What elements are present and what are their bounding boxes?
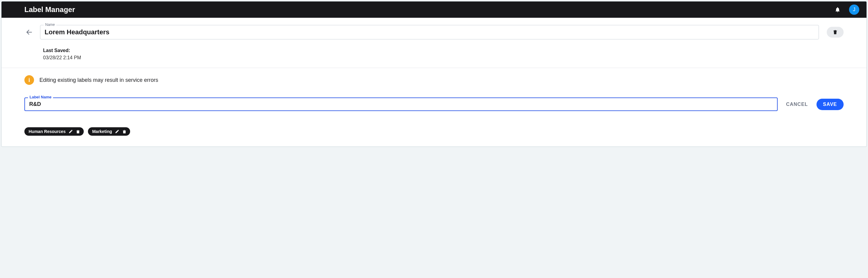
label-name-input[interactable] — [24, 98, 778, 111]
topbar: Label Manager J — [1, 1, 867, 18]
notifications-icon[interactable] — [835, 6, 841, 13]
delete-button[interactable] — [827, 27, 844, 38]
cancel-button[interactable]: CANCEL — [786, 102, 808, 107]
topbar-actions: J — [835, 4, 859, 15]
labels-chip-row: Human Resources Marketing — [24, 127, 844, 136]
label-chip-text: Marketing — [92, 129, 112, 134]
app-title: Label Manager — [24, 5, 835, 14]
label-name-field: Label Name — [24, 98, 778, 111]
warning-text: Editing existing labels may result in se… — [39, 77, 158, 83]
name-field-label: Name — [44, 23, 56, 27]
info-icon: i — [24, 75, 34, 85]
warning-row: i Editing existing labels may result in … — [24, 75, 844, 85]
label-chip: Marketing — [88, 127, 130, 136]
save-button[interactable]: SAVE — [816, 99, 844, 110]
svg-rect-2 — [123, 131, 126, 133]
edit-icon[interactable] — [115, 129, 119, 134]
back-button[interactable] — [24, 27, 34, 37]
last-saved-block: Last Saved: 03/28/22 2:14 PM — [43, 48, 844, 61]
header-section: Name Last Saved: 03/28/22 2:14 PM — [1, 18, 867, 68]
delete-icon[interactable] — [76, 129, 80, 134]
label-chip: Human Resources — [24, 127, 84, 136]
name-row: Name — [24, 25, 844, 39]
label-chip-text: Human Resources — [29, 129, 66, 134]
edit-icon[interactable] — [69, 129, 73, 134]
delete-icon[interactable] — [122, 129, 126, 134]
label-name-field-label: Label Name — [28, 95, 53, 99]
name-input[interactable] — [40, 25, 819, 39]
name-field: Name — [40, 25, 819, 39]
last-saved-label: Last Saved: — [43, 48, 844, 53]
app-frame: Label Manager J Name Last Saved: 03/28/2… — [1, 1, 867, 147]
user-avatar[interactable]: J — [849, 4, 859, 15]
body-section: i Editing existing labels may result in … — [1, 68, 867, 146]
label-edit-row: Label Name CANCEL SAVE — [24, 98, 844, 111]
last-saved-value: 03/28/22 2:14 PM — [43, 55, 844, 61]
svg-rect-1 — [77, 131, 79, 133]
